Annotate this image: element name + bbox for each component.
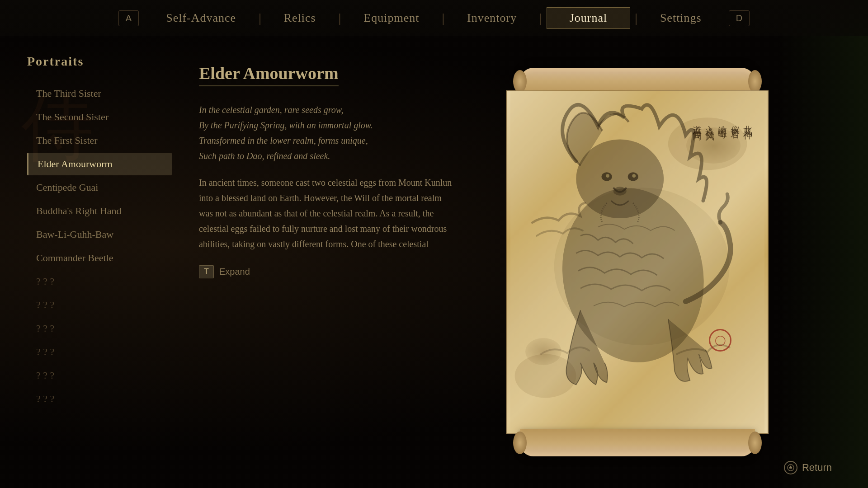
nav-journal[interactable]: Journal (547, 7, 631, 29)
sidebar-item-unknown-2[interactable]: ? ? ? (27, 294, 172, 316)
entry-poem: In the celestial garden, rare seeds grow… (199, 102, 452, 164)
nav-equipment-wrapper: Equipment (345, 7, 437, 29)
entry-title: Elder Amourworm (199, 63, 339, 86)
scroll-body: 北凤神仪奇君淮蛆奇入道仙风道右传同 ◯ (506, 90, 769, 434)
scroll-red-seal: ◯ (709, 329, 731, 352)
sidebar-item-unknown-5[interactable]: ? ? ? (27, 364, 172, 387)
nav-relics[interactable]: Relics (266, 7, 334, 29)
svg-rect-12 (789, 467, 792, 469)
expand-key: T (199, 265, 214, 278)
scroll-panel: 北凤神仪奇君淮蛆奇入道仙风道右传同 ◯ (479, 36, 796, 488)
scroll-stain-top (686, 127, 741, 164)
sidebar: Portraits The Third Sister The Second Si… (0, 36, 172, 488)
sidebar-item-unknown-4[interactable]: ? ? ? (27, 341, 172, 363)
scroll-chinese-calligraphy: 北凤神仪奇君淮蛆奇入道仙风道右传同 (691, 118, 754, 127)
sidebar-item-unknown-1[interactable]: ? ? ? (27, 270, 172, 293)
sidebar-title: Portraits (27, 54, 172, 69)
scroll-bottom-curl (520, 429, 755, 456)
nav-separator-5: | (630, 11, 642, 25)
poem-line-1: In the celestial garden, rare seeds grow… (199, 105, 344, 115)
return-label: Return (802, 462, 832, 474)
sidebar-item-baw-li-guhh-baw[interactable]: Baw-Li-Guhh-Baw (27, 223, 172, 246)
sidebar-item-buddhas-right-hand[interactable]: Buddha's Right Hand (27, 200, 172, 222)
nav-equipment[interactable]: Equipment (345, 7, 437, 29)
sidebar-item-unknown-3[interactable]: ? ? ? (27, 317, 172, 340)
nav-settings[interactable]: Settings (642, 7, 720, 29)
scroll-painting: 北凤神仪奇君淮蛆奇入道仙风道右传同 ◯ (507, 91, 768, 433)
right-controller-hint: D (729, 10, 750, 26)
sidebar-item-elder-amourworm[interactable]: Elder Amourworm (27, 153, 172, 175)
main-content: Portraits The Third Sister The Second Si… (0, 36, 868, 488)
nav-self-advance-wrapper: Self-Advance (148, 7, 254, 29)
nav-self-advance[interactable]: Self-Advance (148, 7, 254, 29)
sidebar-list: The Third Sister The Second Sister The F… (27, 82, 172, 410)
sidebar-item-second-sister[interactable]: The Second Sister (27, 106, 172, 128)
nav-inventory-wrapper: Inventory (449, 7, 535, 29)
poem-line-4: Such path to Dao, refined and sleek. (199, 151, 330, 161)
nav-settings-wrapper: Settings (642, 7, 720, 29)
nav-relics-wrapper: Relics (266, 7, 334, 29)
svg-point-8 (606, 174, 609, 178)
svg-point-13 (790, 466, 791, 467)
entry-panel: Elder Amourworm In the celestial garden,… (172, 36, 479, 488)
nav-separator-3: | (437, 11, 449, 25)
poem-line-3: Transformed in the lower realm, forms un… (199, 136, 368, 145)
sidebar-item-third-sister[interactable]: The Third Sister (27, 82, 172, 105)
scroll-stain-bottom (525, 338, 561, 365)
sidebar-item-centipede-guai[interactable]: Centipede Guai (27, 176, 172, 199)
nav-separator-1: | (254, 11, 266, 25)
scroll-container: 北凤神仪奇君淮蛆奇入道仙风道右传同 ◯ (506, 77, 769, 447)
nav-inventory[interactable]: Inventory (449, 7, 535, 29)
return-button[interactable]: Return (784, 461, 832, 474)
nav-separator-2: | (334, 11, 346, 25)
left-controller-hint: A (118, 10, 139, 26)
sidebar-item-first-sister[interactable]: The First Sister (27, 129, 172, 152)
nav-separator-4: | (535, 11, 547, 25)
expand-label: Expand (219, 267, 250, 277)
sidebar-item-commander-beetle[interactable]: Commander Beetle (27, 247, 172, 269)
entry-body-text: In ancient times, someone cast two celes… (199, 175, 452, 252)
svg-point-10 (613, 187, 627, 195)
nav-journal-wrapper: Journal (547, 7, 631, 29)
return-icon (784, 461, 797, 474)
poem-line-2: By the Purifying Spring, with an immorta… (199, 120, 373, 130)
navigation-bar: A Self-Advance | Relics | Equipment | In… (0, 0, 868, 36)
expand-hint[interactable]: T Expand (199, 265, 452, 278)
svg-point-9 (632, 174, 636, 178)
sidebar-item-unknown-6[interactable]: ? ? ? (27, 388, 172, 410)
